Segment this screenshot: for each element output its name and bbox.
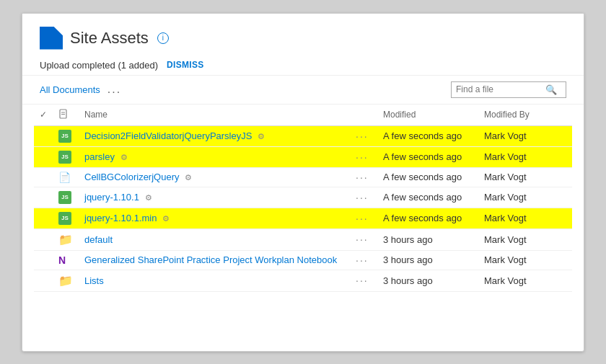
row-checkbox[interactable] (34, 125, 53, 146)
row-modified-by: Mark Vogt (478, 208, 572, 228)
row-modified-date: A few seconds ago (377, 146, 478, 167)
js-file-icon: JS (58, 130, 71, 143)
folder-icon: 📁 (58, 234, 73, 246)
row-actions-button[interactable]: ··· (348, 187, 377, 208)
ellipsis-icon[interactable]: ··· (354, 151, 370, 163)
row-filename-cell: Decision2FieldValidatorjQueryParsleyJS ⚙ (79, 125, 348, 146)
row-actions-button[interactable]: ··· (348, 167, 377, 187)
row-checkbox[interactable] (34, 208, 53, 228)
file-table-wrapper: ✓ Name Modified Modified By JSDecision2F… (22, 105, 584, 292)
page-container: Site Assets i Upload completed (1 added)… (22, 13, 584, 352)
js-file-icon: JS (58, 151, 71, 164)
row-modified-date: 3 hours ago (377, 228, 478, 250)
row-file-icon: 📁 (53, 228, 79, 250)
modifiedby-col-header: Modified By (478, 105, 572, 126)
row-modified-by: Mark Vogt (478, 270, 572, 291)
gear-icon[interactable]: ⚙ (258, 132, 265, 141)
toolbar-more-button[interactable]: ... (107, 84, 121, 95)
row-checkbox[interactable] (34, 250, 53, 270)
notification-bar: Upload completed (1 added) DISMISS (22, 56, 584, 76)
row-modified-by: Mark Vogt (478, 125, 572, 146)
notification-message: Upload completed (1 added) (40, 60, 158, 71)
filename-link[interactable]: jquery-1.10.1 (84, 192, 139, 203)
row-modified-date: A few seconds ago (377, 208, 478, 228)
gear-icon[interactable]: ⚙ (185, 173, 192, 182)
site-assets-icon (40, 27, 63, 50)
row-modified-date: 3 hours ago (377, 270, 478, 291)
gear-icon[interactable]: ⚙ (120, 153, 128, 162)
page-title: Site Assets (70, 29, 149, 48)
js-file-icon: JS (58, 212, 71, 225)
row-modified-date: 3 hours ago (377, 250, 478, 270)
filename-link[interactable]: CellBGColorizerjQuery (84, 172, 179, 182)
row-actions-button[interactable]: ··· (348, 146, 377, 167)
modified-col-header: Modified (377, 105, 478, 126)
ellipsis-icon[interactable]: ··· (354, 275, 370, 286)
row-filename-cell: jquery-1.10.1 ⚙ (79, 187, 348, 208)
row-modified-by: Mark Vogt (478, 187, 572, 208)
dismiss-button[interactable]: DISMISS (167, 60, 203, 70)
info-icon[interactable]: i (157, 32, 169, 44)
row-checkbox[interactable] (34, 187, 53, 208)
row-modified-date: A few seconds ago (377, 167, 478, 187)
row-modified-date: A few seconds ago (377, 125, 478, 146)
ellipsis-icon[interactable]: ··· (354, 172, 370, 183)
filename-link[interactable]: default (84, 234, 113, 245)
row-modified-by: Mark Vogt (478, 146, 572, 167)
row-checkbox[interactable] (34, 167, 53, 187)
row-checkbox[interactable] (34, 270, 53, 291)
row-filename-cell: Lists (79, 270, 348, 291)
icon-col-header (53, 105, 79, 126)
row-file-icon: 📁 (53, 270, 79, 291)
table-header-row: ✓ Name Modified Modified By (34, 105, 572, 126)
generic-file-icon: 📄 (58, 172, 71, 183)
file-table-body: JSDecision2FieldValidatorjQueryParsleyJS… (34, 125, 572, 291)
table-row: JSjquery-1.10.1.min ⚙···A few seconds ag… (34, 208, 572, 228)
row-file-icon: JS (53, 125, 79, 146)
filename-link[interactable]: Lists (84, 275, 104, 286)
ellipsis-icon[interactable]: ··· (354, 213, 370, 224)
file-table: ✓ Name Modified Modified By JSDecision2F… (34, 105, 572, 292)
search-icon[interactable]: 🔍 (545, 84, 557, 95)
table-row: JSjquery-1.10.1 ⚙···A few seconds agoMar… (34, 187, 572, 208)
ellipsis-icon[interactable]: ··· (354, 234, 370, 245)
table-row: JSparsley ⚙···A few seconds agoMark Vogt (34, 146, 572, 167)
search-box: 🔍 (451, 81, 566, 98)
gear-icon[interactable]: ⚙ (145, 193, 152, 203)
table-row: 📄CellBGColorizerjQuery ⚙···A few seconds… (34, 167, 572, 187)
check-col-header: ✓ (34, 105, 53, 126)
row-actions-button[interactable]: ··· (348, 228, 377, 250)
filename-link[interactable]: jquery-1.10.1.min (84, 213, 157, 223)
row-file-icon: JS (53, 187, 79, 208)
row-checkbox[interactable] (34, 228, 53, 250)
document-icon (58, 109, 69, 119)
folder-icon: 📁 (58, 275, 73, 287)
row-filename-cell: jquery-1.10.1.min ⚙ (79, 208, 348, 228)
row-filename-cell: Generalized SharePoint Practice Project … (79, 250, 348, 270)
search-input[interactable] (456, 84, 543, 94)
filename-link[interactable]: parsley (84, 151, 115, 162)
filename-link[interactable]: Generalized SharePoint Practice Project … (84, 254, 337, 265)
ellipsis-icon[interactable]: ··· (354, 254, 370, 266)
row-filename-cell: parsley ⚙ (79, 146, 348, 167)
row-actions-button[interactable]: ··· (348, 125, 377, 146)
row-modified-by: Mark Vogt (478, 250, 572, 270)
row-checkbox[interactable] (34, 146, 53, 167)
row-filename-cell: CellBGColorizerjQuery ⚙ (79, 167, 348, 187)
table-row: 📁default···3 hours agoMark Vogt (34, 228, 572, 250)
ellipsis-icon[interactable]: ··· (354, 192, 370, 203)
row-actions-button[interactable]: ··· (348, 270, 377, 291)
row-actions-button[interactable]: ··· (348, 208, 377, 228)
row-modified-by: Mark Vogt (478, 228, 572, 250)
all-documents-link[interactable]: All Documents (40, 84, 100, 95)
filename-link[interactable]: Decision2FieldValidatorjQueryParsleyJS (84, 130, 252, 141)
row-actions-button[interactable]: ··· (348, 250, 377, 270)
notebook-icon: N (58, 254, 66, 266)
name-col-header: Name (79, 105, 348, 126)
gear-icon[interactable]: ⚙ (162, 214, 170, 223)
actions-col-header (348, 105, 377, 126)
table-row: NGeneralized SharePoint Practice Project… (34, 250, 572, 270)
ellipsis-icon[interactable]: ··· (354, 130, 370, 142)
row-modified-date: A few seconds ago (377, 187, 478, 208)
row-filename-cell: default (79, 228, 348, 250)
